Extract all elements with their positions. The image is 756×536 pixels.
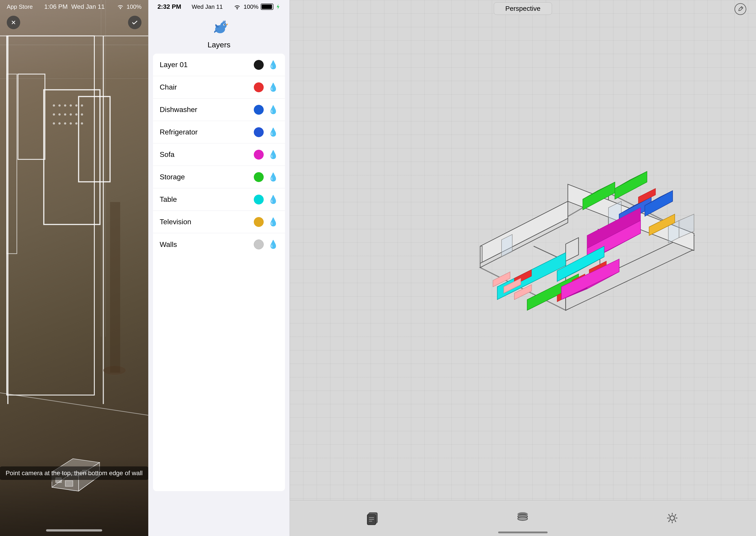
middle-battery: 100% — [243, 3, 259, 10]
layer-name-chair: Chair — [160, 83, 177, 91]
toolbar-stack-button[interactable] — [514, 509, 532, 527]
edit-icon-button[interactable] — [734, 2, 747, 16]
middle-date: Wed Jan 11 — [192, 3, 223, 10]
layer-bulb-dishwasher[interactable]: 💧 — [268, 105, 278, 115]
wifi-icon-middle — [233, 4, 241, 10]
layer-controls-dishwasher: 💧 — [254, 105, 278, 115]
layer-controls-storage: 💧 — [254, 172, 278, 182]
layer-bulb-chair[interactable]: 💧 — [268, 83, 278, 92]
app-logo-icon — [210, 18, 228, 36]
layer-bulb-refrigerator[interactable]: 💧 — [268, 127, 278, 137]
toolbar-layers-button[interactable] — [365, 509, 382, 527]
close-button[interactable] — [7, 16, 20, 29]
layer-controls-chair: 💧 — [254, 83, 278, 92]
layer-item-walls[interactable]: Walls 💧 — [153, 233, 285, 256]
charging-icon — [275, 4, 280, 10]
layer-item-television[interactable]: Television 💧 — [153, 211, 285, 233]
status-bar-left: App Store 1:06 PM Wed Jan 11 100% — [0, 0, 148, 14]
layer-name-sofa: Sofa — [160, 151, 174, 159]
layer-bulb-sofa[interactable]: 💧 — [268, 150, 278, 159]
svg-marker-59 — [480, 246, 483, 263]
layer-bulb-walls[interactable]: 💧 — [268, 240, 278, 249]
layer-item-storage[interactable]: Storage 💧 — [153, 166, 285, 188]
layer-item-dishwasher[interactable]: Dishwasher 💧 — [153, 99, 285, 121]
svg-marker-46 — [277, 4, 279, 10]
svg-line-143 — [675, 514, 676, 515]
bottom-toolbar — [290, 500, 756, 536]
svg-point-33 — [120, 8, 121, 9]
gear-icon — [665, 511, 680, 525]
layer-item-chair[interactable]: Chair 💧 — [153, 76, 285, 99]
pencil-circle-icon — [734, 3, 746, 15]
middle-time: 2:32 PM — [158, 3, 181, 10]
svg-point-45 — [237, 8, 238, 10]
layer-item-refrigerator[interactable]: Refrigerator 💧 — [153, 121, 285, 144]
svg-line-52 — [741, 7, 742, 9]
layer-controls-layer01: 💧 — [254, 60, 278, 70]
ar-camera-panel: App Store 1:06 PM Wed Jan 11 100% — [0, 0, 148, 536]
layer-item-layer01[interactable]: Layer 01 💧 — [153, 54, 285, 76]
toolbar-settings-button[interactable] — [663, 509, 681, 527]
svg-line-144 — [668, 521, 669, 522]
home-indicator-left — [46, 529, 102, 531]
layer-item-table[interactable]: Table 💧 — [153, 188, 285, 211]
layer-bulb-layer01[interactable]: 💧 — [268, 60, 278, 70]
svg-point-51 — [735, 3, 746, 15]
svg-line-141 — [668, 514, 669, 515]
time-display: 1:06 PM — [44, 3, 68, 10]
date-display: Wed Jan 11 — [71, 3, 105, 10]
file-icon — [366, 511, 381, 525]
layer-controls-sofa: 💧 — [254, 150, 278, 160]
layer-name-walls: Walls — [160, 240, 177, 249]
layer-color-television[interactable] — [254, 217, 264, 227]
layer-controls-table: 💧 — [254, 195, 278, 205]
3d-scene — [290, 18, 756, 496]
layer-name-storage: Storage — [160, 173, 185, 181]
svg-point-50 — [224, 24, 225, 25]
perspective-button[interactable]: Perspective — [494, 2, 552, 15]
layer-color-layer01[interactable] — [254, 60, 264, 70]
layers-panel: 2:32 PM Wed Jan 11 100% — [148, 0, 290, 536]
layer-name-television: Television — [160, 218, 191, 226]
status-bar-right: Perspective — [290, 0, 756, 14]
status-bar-middle: 2:32 PM Wed Jan 11 100% — [149, 0, 290, 14]
home-indicator-right — [498, 531, 548, 533]
svg-point-48 — [220, 22, 227, 28]
layer-name-dishwasher: Dishwasher — [160, 106, 197, 114]
layer-bulb-television[interactable]: 💧 — [268, 217, 278, 227]
layer-controls-refrigerator: 💧 — [254, 127, 278, 137]
layer-color-chair[interactable] — [254, 83, 264, 92]
layer-name-refrigerator: Refrigerator — [160, 128, 198, 136]
layer-controls-walls: 💧 — [254, 240, 278, 250]
svg-point-133 — [518, 517, 527, 520]
layer-list: Layer 01 💧 Chair 💧 Dishwasher 💧 Refriger… — [153, 54, 285, 491]
3d-floor-plan-svg — [325, 54, 721, 460]
layer-color-dishwasher[interactable] — [254, 105, 264, 115]
layer-bulb-table[interactable]: 💧 — [268, 195, 278, 204]
layer-item-sofa[interactable]: Sofa 💧 — [153, 144, 285, 166]
app-store-link[interactable]: App Store — [7, 3, 33, 10]
layer-color-storage[interactable] — [254, 172, 264, 182]
layer-name-layer01: Layer 01 — [160, 61, 188, 69]
layer-color-refrigerator[interactable] — [254, 127, 264, 137]
layer-color-table[interactable] — [254, 195, 264, 205]
layers-stack-icon — [516, 511, 530, 525]
ar-instruction-caption: Point camera at the top, then bottom edg… — [0, 466, 148, 480]
3d-view-panel[interactable]: Perspective — [290, 0, 756, 536]
layer-name-table: Table — [160, 195, 177, 204]
battery-icon-middle — [261, 4, 273, 10]
layer-bulb-storage[interactable]: 💧 — [268, 172, 278, 182]
svg-rect-41 — [65, 481, 73, 486]
layer-color-walls[interactable] — [254, 240, 264, 250]
layer-controls-television: 💧 — [254, 217, 278, 227]
layer-color-sofa[interactable] — [254, 150, 264, 160]
confirm-button[interactable] — [128, 16, 141, 29]
battery-percent: 100% — [127, 3, 142, 10]
layers-title: Layers — [149, 38, 290, 54]
app-logo-area — [149, 14, 290, 38]
svg-point-136 — [670, 516, 674, 520]
wifi-icon — [116, 4, 125, 10]
svg-line-142 — [675, 521, 676, 522]
